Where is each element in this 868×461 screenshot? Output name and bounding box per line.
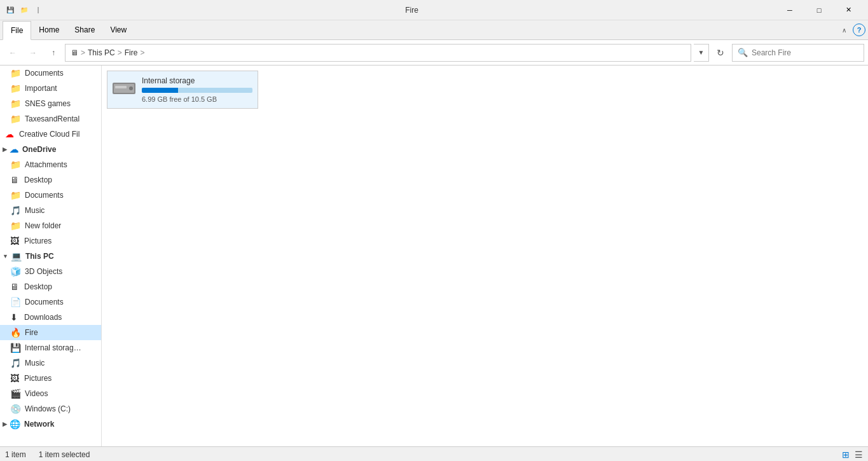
svg-rect-3 [115,86,127,88]
internal-storage-item[interactable]: Internal storage 6.99 GB free of 10.5 GB [107,71,258,109]
up-button[interactable]: ↑ [45,44,62,62]
thispc-icon: 💻 [11,251,22,261]
sidebar-item-3dobjects[interactable]: 🧊 3D Objects [0,264,101,279]
search-input[interactable] [752,48,858,57]
address-path[interactable]: 🖥 > This PC > Fire > [65,44,691,62]
status-bar: 1 item 1 item selected ⊞ ☰ [0,446,868,461]
status-item-count: 1 item 1 item selected [5,450,90,459]
expand-icon: ▶ [3,146,7,153]
storage-progress-fill [142,88,178,93]
large-icons-view-button[interactable]: ⊞ [842,450,850,460]
address-bar: ← → ↑ 🖥 > This PC > Fire > ▼ ↻ 🔍 [0,40,868,65]
folder-icon: 📁 [10,114,21,124]
help-button[interactable]: ? [853,24,865,36]
window-controls: ─ □ ✕ [775,0,863,20]
sidebar-item-internal-storage[interactable]: 💾 Internal storag… [0,340,101,355]
sidebar: 📁 Documents 📁 Important 📁 SNES games 📁 T… [0,65,102,446]
expand-icon: ▼ [3,253,8,259]
folder-icon: 📁 [10,99,21,109]
sidebar-item-documents-od[interactable]: 📁 Documents [0,188,101,203]
creative-cloud-icon: ☁ [5,129,15,139]
ribbon-tabs: File Home Share View ∧ ? [0,20,868,39]
onedrive-icon: ☁ [10,144,18,155]
sidebar-item-taxes[interactable]: 📁 TaxesandRental [0,111,101,127]
breadcrumb-fire[interactable]: Fire [125,48,138,57]
storage-progress-bar [142,88,252,93]
sidebar-item-creative-cloud[interactable]: ☁ Creative Cloud Fil [0,127,101,142]
folder-icon: 📁 [10,68,21,78]
sidebar-item-documents-pc[interactable]: 📄 Documents [0,294,101,310]
ribbon-collapse-button[interactable]: ∧ [838,25,850,35]
dash-icon: | [33,5,43,15]
folder-icon: 📁 [10,190,21,200]
sidebar-item-music-od[interactable]: 🎵 Music [0,203,101,218]
close-button[interactable]: ✕ [834,0,863,20]
content-area: Internal storage 6.99 GB free of 10.5 GB [102,65,868,446]
title-bar: 💾 📁 | Fire ─ □ ✕ [0,0,868,20]
breadcrumb-icon: 🖥 [71,48,78,57]
storage-drive-icon [113,79,135,101]
sidebar-item-downloads[interactable]: ⬇ Downloads [0,310,101,325]
fire-icon: 🔥 [10,327,21,338]
desktop-icon: 🖥 [10,175,20,185]
sidebar-item-videos[interactable]: 🎬 Videos [0,386,101,401]
minimize-button[interactable]: ─ [775,0,804,20]
back-button[interactable]: ← [4,44,22,62]
sidebar-item-desktop-od[interactable]: 🖥 Desktop [0,172,101,188]
sidebar-group-thispc[interactable]: ▼ 💻 This PC [0,249,101,264]
address-dropdown-button[interactable]: ▼ [694,44,709,62]
sidebar-item-newfolder-od[interactable]: 📁 New folder [0,218,101,233]
sidebar-item-pictures-pc[interactable]: 🖼 Pictures [0,371,101,386]
ribbon-extra: ∧ ? [838,24,865,36]
storage-item-size: 6.99 GB free of 10.5 GB [142,95,252,103]
sidebar-item-fire[interactable]: 🔥 Fire [0,325,101,340]
tab-view[interactable]: View [102,20,134,39]
sidebar-group-onedrive[interactable]: ▶ ☁ OneDrive [0,142,101,157]
drive-icon: 💿 [10,404,21,414]
tab-file[interactable]: File [3,21,31,40]
3d-icon: 🧊 [10,266,21,277]
save-icon: 💾 [5,5,15,15]
folder-icon: 📁 [10,160,21,170]
sidebar-item-important[interactable]: 📁 Important [0,81,101,96]
maximize-button[interactable]: □ [804,0,834,20]
storage-item-info: Internal storage 6.99 GB free of 10.5 GB [142,76,252,103]
pictures-icon: 🖼 [10,236,20,246]
sidebar-item-windows-c[interactable]: 💿 Windows (C:) [0,401,101,416]
title-bar-icons: 💾 📁 | [5,5,43,15]
sidebar-group-network[interactable]: ▶ 🌐 Network [0,416,101,432]
network-icon: 🌐 [10,419,20,429]
forward-button[interactable]: → [24,44,42,62]
downloads-icon: ⬇ [10,312,20,322]
details-view-button[interactable]: ☰ [855,450,863,460]
music-icon: 🎵 [10,358,21,368]
videos-icon: 🎬 [10,389,21,399]
search-icon: 🔍 [738,48,748,57]
sidebar-item-attachments[interactable]: 📁 Attachments [0,157,101,172]
storage-item-name: Internal storage [142,76,252,85]
search-box: 🔍 [732,44,864,62]
main-layout: 📁 Documents 📁 Important 📁 SNES games 📁 T… [0,65,868,446]
desktop-icon: 🖥 [10,282,20,292]
refresh-button[interactable]: ↻ [712,44,729,62]
storage-icon: 💾 [10,343,21,353]
folder-icon: 📁 [10,221,21,231]
documents-icon: 📄 [10,297,21,307]
sidebar-item-pictures-od[interactable]: 🖼 Pictures [0,233,101,249]
folder-icon: 📁 [19,5,29,15]
sidebar-item-documents[interactable]: 📁 Documents [0,65,101,81]
folder-icon: 📁 [10,83,21,93]
tab-share[interactable]: Share [67,20,102,39]
status-bar-right: ⊞ ☰ [842,450,863,460]
breadcrumb-thispc[interactable]: This PC [88,48,115,57]
sidebar-item-snes[interactable]: 📁 SNES games [0,96,101,111]
sidebar-item-music-pc[interactable]: 🎵 Music [0,355,101,371]
music-icon: 🎵 [10,205,21,216]
svg-point-2 [129,86,133,90]
sidebar-item-desktop-pc[interactable]: 🖥 Desktop [0,279,101,294]
ribbon: File Home Share View ∧ ? [0,20,868,40]
tab-home[interactable]: Home [31,20,67,39]
window-title: Fire [48,6,775,15]
expand-icon: ▶ [3,421,7,427]
pictures-icon: 🖼 [10,373,20,383]
